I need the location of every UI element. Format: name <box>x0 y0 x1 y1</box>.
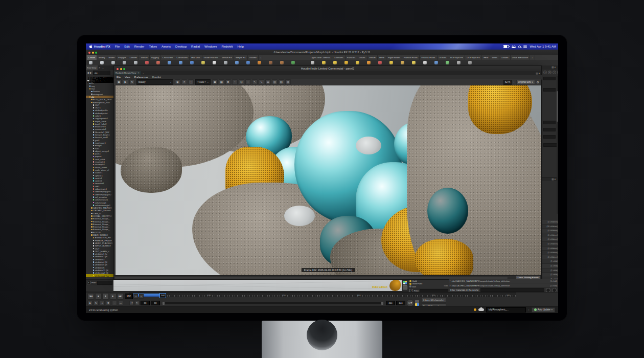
play-reverse-button[interactable]: ◀ <box>95 293 102 300</box>
shelf-tab[interactable]: Grains <box>357 55 367 60</box>
draw-curve-icon[interactable] <box>190 61 194 64</box>
film-icon[interactable] <box>415 300 419 303</box>
outliner-row[interactable]: (0 children) <box>542 237 558 242</box>
shelf-tab[interactable]: Texture <box>139 55 150 60</box>
timer-icon[interactable]: ◔ <box>232 79 238 85</box>
outliner-row[interactable]: (0 children) <box>542 251 558 255</box>
menubar-menu-item[interactable]: Windows <box>204 43 217 50</box>
menubar-menu-item[interactable]: File <box>115 43 120 50</box>
add-tab-icon[interactable]: + <box>141 72 146 75</box>
parameter-field[interactable] <box>543 121 556 124</box>
range-end-icon[interactable]: ▶| <box>135 301 140 305</box>
shelf-tab[interactable]: Particles <box>346 55 357 60</box>
cone-fan-icon[interactable] <box>258 61 261 64</box>
parameter-field[interactable] <box>543 77 556 80</box>
info-icon[interactable]: i <box>553 71 556 74</box>
expand-triangle-icon[interactable]: ▸ <box>450 284 451 286</box>
tab-tree-view[interactable]: Tree View <box>86 65 98 70</box>
wifi-icon[interactable] <box>512 46 516 48</box>
add-tab-icon[interactable]: + <box>101 66 104 69</box>
display-channel-icon[interactable]: ◉ <box>175 79 180 85</box>
menubar-menu-item[interactable]: Takes <box>149 43 157 50</box>
expand-triangle-icon[interactable]: ▸ <box>450 280 451 282</box>
gear-icon[interactable]: ⚙ <box>537 80 539 84</box>
menubar-menu-item[interactable]: Assets <box>162 43 171 50</box>
menubar-menu-item[interactable]: Houdini FX <box>94 43 110 50</box>
shelf-tab[interactable]: Create <box>87 55 97 60</box>
channels-summary-button[interactable]: 0 keys, 0/0 channels ▾ <box>421 297 446 303</box>
outliner-row[interactable]: (0 children) <box>542 220 558 225</box>
shelf-tab[interactable]: Characters <box>161 55 175 60</box>
pyramid-icon[interactable] <box>280 61 284 64</box>
render-pass-select[interactable]: beauty ▾ <box>136 79 173 85</box>
circle-icon[interactable] <box>168 61 171 64</box>
rock-icon[interactable] <box>269 61 272 64</box>
torus-icon[interactable] <box>123 61 126 64</box>
current-node-field[interactable]: /obj/Atmospheric_... <box>486 307 526 312</box>
range-end-field[interactable]: 240 <box>386 301 395 305</box>
dashed-circle-icon[interactable]: ◌ <box>245 79 251 85</box>
menubar-menu-item[interactable]: Help <box>237 43 243 50</box>
parameter-field[interactable] <box>543 128 556 131</box>
tree-node-row[interactable]: attribdelete1 <box>86 277 113 278</box>
zoom-window-button[interactable] <box>95 52 97 54</box>
renderview-menu-item[interactable]: Preferences <box>134 76 148 79</box>
shelf-tab[interactable]: SOP Pyro FX <box>448 55 465 60</box>
pin-light-icon[interactable] <box>311 61 314 64</box>
box-icon[interactable] <box>89 61 93 64</box>
shelf-tab[interactable]: MPM <box>378 55 386 60</box>
renderview-menu-item[interactable]: View <box>125 76 130 79</box>
camera-tool-icon[interactable] <box>457 61 461 64</box>
flag-swatch[interactable]: #999999 <box>104 76 106 78</box>
shelf-tab[interactable]: Deform <box>128 55 139 60</box>
stepper-icon[interactable]: ↕ <box>528 308 529 311</box>
scrollbar[interactable] <box>557 76 558 214</box>
region-icon[interactable]: ▢ <box>188 79 194 85</box>
zoom-stepper[interactable]: ↕ <box>513 81 514 83</box>
scrollbar-thumb[interactable] <box>557 91 558 122</box>
font-icon[interactable] <box>213 61 216 64</box>
image-size-select[interactable]: Original Size ▾ <box>516 80 535 85</box>
target-icon[interactable]: ◎ <box>239 79 244 85</box>
flipbook-icon[interactable]: ▭ <box>118 301 123 306</box>
renderview-menu-item[interactable]: File <box>117 76 121 79</box>
shelf-tab[interactable]: Guide Process <box>202 55 220 60</box>
shelf-tab[interactable]: Lights and Cameras <box>309 55 332 60</box>
zoom-level[interactable]: 62 % <box>503 80 512 85</box>
shelf-tab[interactable]: Modify <box>97 55 107 60</box>
outliner-row[interactable]: (1 child) <box>542 268 558 273</box>
timeline-ruler[interactable]: 90120150180210240 102 <box>129 293 516 297</box>
frame-step-back[interactable]: ◂ <box>133 294 138 299</box>
shelf-tab[interactable]: Simple FX <box>234 55 248 60</box>
shelf-tab[interactable]: Collisions <box>332 55 345 60</box>
outliner-row[interactable]: (1 child) <box>542 273 558 277</box>
shelf-tab[interactable]: + <box>530 55 535 60</box>
minimize-window-button[interactable] <box>92 52 94 54</box>
expand-icon[interactable]: ↖ <box>252 79 258 85</box>
scene-viewport[interactable]: Indie Edition <box>113 280 402 291</box>
help-icon[interactable]: ? <box>557 71 558 74</box>
shelf-tab[interactable]: Rigging <box>150 55 161 60</box>
material-row[interactable]: Iron <box>408 285 449 288</box>
menubar-clock[interactable]: Wed Apr 1 9:41 AM <box>530 43 556 50</box>
whitewater-icon[interactable] <box>423 61 427 64</box>
range-slider-handle-right[interactable] <box>381 302 383 305</box>
play-button[interactable]: ▶ <box>110 293 117 300</box>
audio-icon[interactable]: ~ <box>112 301 117 306</box>
range-slider[interactable] <box>163 302 383 304</box>
jump-start-button[interactable]: |◀◀ <box>87 293 94 300</box>
shelf-tab[interactable]: Volume <box>248 55 259 60</box>
curve-icon[interactable] <box>179 61 182 64</box>
shelf-tab[interactable]: Particle Fluids <box>402 55 420 60</box>
stellate-icon[interactable] <box>145 61 149 64</box>
menubar-menu-item[interactable]: Render <box>134 43 145 50</box>
spotlight-search-icon[interactable] <box>518 46 521 48</box>
shelf-tab[interactable]: Rigid Bodies <box>386 55 402 60</box>
controller-icon[interactable] <box>468 61 472 64</box>
platonic-icon[interactable] <box>224 61 227 64</box>
hazard-icon[interactable] <box>367 61 371 64</box>
parameters-subheader[interactable]: ▤ ▾ <box>542 177 558 181</box>
parameter-field[interactable] <box>543 143 558 147</box>
shelf-tab[interactable]: DOP Pyro FX <box>465 55 482 60</box>
parameter-field[interactable] <box>543 88 556 92</box>
